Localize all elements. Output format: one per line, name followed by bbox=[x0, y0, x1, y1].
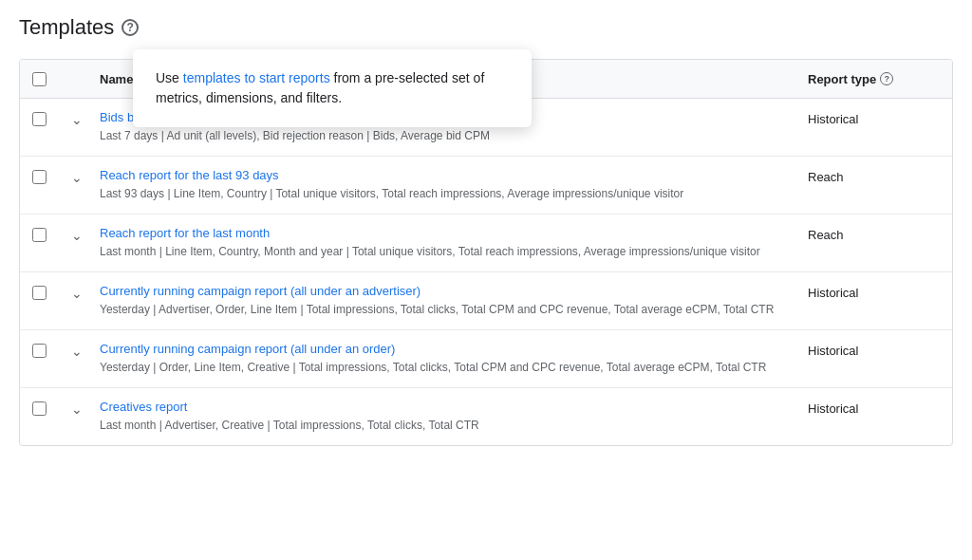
page-title: Templates bbox=[19, 15, 114, 40]
row-expand-cell[interactable]: ⌄ bbox=[58, 284, 96, 301]
row-checkbox-cell[interactable] bbox=[20, 168, 58, 184]
select-all-checkbox[interactable] bbox=[32, 72, 47, 86]
row-description: Yesterday | Order, Line Item, Creative |… bbox=[100, 361, 766, 374]
help-icon[interactable]: ? bbox=[122, 19, 139, 36]
row-expand-cell[interactable]: ⌄ bbox=[58, 342, 96, 359]
row-checkbox-cell[interactable] bbox=[20, 342, 58, 358]
chevron-down-icon: ⌄ bbox=[71, 401, 83, 417]
row-title-link[interactable]: Currently running campaign report (all u… bbox=[100, 284, 789, 298]
row-checkbox-cell[interactable] bbox=[20, 110, 58, 126]
row-description: Last 93 days | Line Item, Country | Tota… bbox=[100, 187, 683, 200]
row-report-type: Historical bbox=[800, 110, 952, 126]
report-type-help-icon[interactable]: ? bbox=[880, 72, 893, 85]
row-report-type: Reach bbox=[800, 168, 952, 184]
row-title-link[interactable]: Creatives report bbox=[100, 400, 789, 414]
row-expand-cell[interactable]: ⌄ bbox=[58, 226, 96, 243]
row-report-type: Historical bbox=[800, 400, 952, 416]
row-checkbox-cell[interactable] bbox=[20, 284, 58, 300]
row-checkbox-cell[interactable] bbox=[20, 226, 58, 242]
row-name-cell: Currently running campaign report (all u… bbox=[96, 342, 800, 376]
chevron-down-icon: ⌄ bbox=[71, 112, 83, 127]
row-description: Last 7 days | Ad unit (all levels), Bid … bbox=[100, 129, 490, 142]
row-title-link[interactable]: Reach report for the last 93 days bbox=[100, 168, 789, 182]
page-header: Templates ? bbox=[19, 15, 953, 49]
table-row: ⌄ Reach report for the last 93 days Last… bbox=[20, 157, 952, 215]
table-row: ⌄ Creatives report Last month | Advertis… bbox=[20, 388, 952, 445]
page-container: Templates ? Use templates to start repor… bbox=[0, 0, 972, 560]
row-checkbox-cell[interactable] bbox=[20, 400, 58, 416]
header-report-type-cell: Report type ? bbox=[800, 72, 952, 86]
row-expand-cell[interactable]: ⌄ bbox=[58, 400, 96, 417]
chevron-down-icon: ⌄ bbox=[71, 170, 83, 185]
name-column-label: Name bbox=[100, 72, 133, 86]
table-row: ⌄ Reach report for the last month Last m… bbox=[20, 215, 952, 272]
chevron-down-icon: ⌄ bbox=[71, 228, 83, 243]
row-checkbox[interactable] bbox=[32, 228, 47, 242]
row-checkbox[interactable] bbox=[32, 401, 47, 416]
row-title-link[interactable]: Currently running campaign report (all u… bbox=[100, 342, 789, 356]
row-name-cell: Reach report for the last 93 days Last 9… bbox=[96, 168, 800, 202]
table-rows-container: ⌄ Bids by ad unit and rejection reason L… bbox=[20, 99, 952, 445]
header-checkbox-cell[interactable] bbox=[20, 72, 58, 86]
row-name-cell: Reach report for the last month Last mon… bbox=[96, 226, 800, 260]
table-row: ⌄ Currently running campaign report (all… bbox=[20, 272, 952, 330]
tooltip-link[interactable]: templates to start reports bbox=[183, 70, 330, 85]
row-title-link[interactable]: Reach report for the last month bbox=[100, 226, 789, 240]
table-row: ⌄ Currently running campaign report (all… bbox=[20, 330, 952, 388]
tooltip-text-before: Use bbox=[156, 70, 183, 85]
row-report-type: Historical bbox=[800, 342, 952, 358]
row-checkbox[interactable] bbox=[32, 344, 47, 358]
row-description: Last month | Line Item, Country, Month a… bbox=[100, 245, 760, 258]
row-checkbox[interactable] bbox=[32, 286, 47, 300]
row-report-type: Historical bbox=[800, 284, 952, 300]
row-report-type: Reach bbox=[800, 226, 952, 242]
row-description: Yesterday | Advertiser, Order, Line Item… bbox=[100, 303, 774, 316]
row-expand-cell[interactable]: ⌄ bbox=[58, 168, 96, 185]
row-name-cell: Creatives report Last month | Advertiser… bbox=[96, 400, 800, 434]
chevron-down-icon: ⌄ bbox=[71, 286, 83, 301]
tooltip-box: Use templates to start reports from a pr… bbox=[133, 49, 532, 127]
row-description: Last month | Advertiser, Creative | Tota… bbox=[100, 419, 479, 432]
row-checkbox[interactable] bbox=[32, 170, 47, 184]
row-checkbox[interactable] bbox=[32, 112, 47, 126]
chevron-down-icon: ⌄ bbox=[71, 344, 83, 359]
row-name-cell: Currently running campaign report (all u… bbox=[96, 284, 800, 318]
report-type-column-label: Report type bbox=[808, 72, 876, 86]
row-expand-cell[interactable]: ⌄ bbox=[58, 110, 96, 127]
